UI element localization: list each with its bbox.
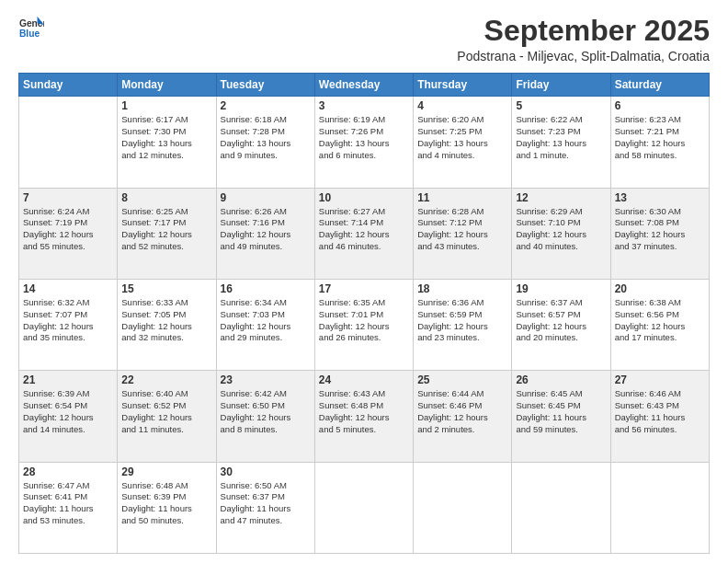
day-number: 5	[516, 99, 606, 112]
calendar-cell: 2Sunrise: 6:18 AMSunset: 7:28 PMDaylight…	[216, 97, 314, 188]
day-number: 1	[121, 99, 211, 112]
day-number: 17	[319, 282, 409, 295]
day-info: Sunrise: 6:34 AMSunset: 7:03 PMDaylight:…	[221, 297, 311, 344]
day-number: 10	[319, 191, 409, 204]
calendar-cell	[414, 462, 512, 553]
calendar-cell: 16Sunrise: 6:34 AMSunset: 7:03 PMDayligh…	[216, 279, 314, 370]
calendar-day-header: Saturday	[610, 74, 709, 97]
calendar-cell	[512, 462, 610, 553]
day-number: 29	[121, 465, 211, 478]
calendar-cell: 1Sunrise: 6:17 AMSunset: 7:30 PMDaylight…	[118, 97, 216, 188]
day-info: Sunrise: 6:28 AMSunset: 7:12 PMDaylight:…	[417, 206, 507, 253]
day-number: 16	[221, 282, 311, 295]
title-block: September 2025 Podstrana - Miljevac, Spl…	[457, 15, 710, 63]
calendar-week-row: 28Sunrise: 6:47 AMSunset: 6:41 PMDayligh…	[19, 462, 710, 553]
calendar-cell: 28Sunrise: 6:47 AMSunset: 6:41 PMDayligh…	[19, 462, 118, 553]
day-info: Sunrise: 6:45 AMSunset: 6:45 PMDaylight:…	[516, 388, 606, 435]
page-header: General Blue September 2025 Podstrana - …	[18, 15, 710, 63]
calendar-cell	[19, 97, 118, 188]
day-number: 20	[615, 282, 705, 295]
day-number: 18	[417, 282, 507, 295]
calendar-cell: 25Sunrise: 6:44 AMSunset: 6:46 PMDayligh…	[414, 371, 512, 462]
day-info: Sunrise: 6:27 AMSunset: 7:14 PMDaylight:…	[319, 206, 409, 253]
calendar-cell: 26Sunrise: 6:45 AMSunset: 6:45 PMDayligh…	[512, 371, 610, 462]
day-number: 24	[319, 373, 409, 386]
day-info: Sunrise: 6:29 AMSunset: 7:10 PMDaylight:…	[516, 206, 606, 253]
calendar-cell: 22Sunrise: 6:40 AMSunset: 6:52 PMDayligh…	[118, 371, 216, 462]
calendar-cell: 21Sunrise: 6:39 AMSunset: 6:54 PMDayligh…	[19, 371, 118, 462]
day-info: Sunrise: 6:30 AMSunset: 7:08 PMDaylight:…	[615, 206, 705, 253]
day-number: 9	[221, 191, 311, 204]
calendar-cell: 19Sunrise: 6:37 AMSunset: 6:57 PMDayligh…	[512, 279, 610, 370]
day-info: Sunrise: 6:25 AMSunset: 7:17 PMDaylight:…	[121, 206, 211, 253]
calendar-cell: 15Sunrise: 6:33 AMSunset: 7:05 PMDayligh…	[118, 279, 216, 370]
calendar-cell: 24Sunrise: 6:43 AMSunset: 6:48 PMDayligh…	[314, 371, 413, 462]
calendar-cell: 27Sunrise: 6:46 AMSunset: 6:43 PMDayligh…	[610, 371, 709, 462]
day-number: 28	[23, 465, 113, 478]
day-info: Sunrise: 6:46 AMSunset: 6:43 PMDaylight:…	[615, 388, 705, 435]
day-info: Sunrise: 6:44 AMSunset: 6:46 PMDaylight:…	[417, 388, 507, 435]
day-number: 14	[23, 282, 113, 295]
calendar-cell: 3Sunrise: 6:19 AMSunset: 7:26 PMDaylight…	[314, 97, 413, 188]
calendar-cell: 7Sunrise: 6:24 AMSunset: 7:19 PMDaylight…	[19, 188, 118, 279]
day-number: 15	[121, 282, 211, 295]
calendar-cell: 8Sunrise: 6:25 AMSunset: 7:17 PMDaylight…	[118, 188, 216, 279]
day-number: 12	[516, 191, 606, 204]
day-number: 13	[615, 191, 705, 204]
calendar-cell: 13Sunrise: 6:30 AMSunset: 7:08 PMDayligh…	[610, 188, 709, 279]
day-info: Sunrise: 6:50 AMSunset: 6:37 PMDaylight:…	[221, 480, 311, 527]
day-info: Sunrise: 6:42 AMSunset: 6:50 PMDaylight:…	[221, 388, 311, 435]
calendar-cell: 17Sunrise: 6:35 AMSunset: 7:01 PMDayligh…	[314, 279, 413, 370]
day-info: Sunrise: 6:32 AMSunset: 7:07 PMDaylight:…	[23, 297, 113, 344]
calendar-day-header: Wednesday	[314, 74, 413, 97]
day-number: 27	[615, 373, 705, 386]
calendar-day-header: Friday	[512, 74, 610, 97]
calendar-day-header: Monday	[118, 74, 216, 97]
day-info: Sunrise: 6:35 AMSunset: 7:01 PMDaylight:…	[319, 297, 409, 344]
day-number: 3	[319, 99, 409, 112]
day-number: 8	[121, 191, 211, 204]
calendar-week-row: 1Sunrise: 6:17 AMSunset: 7:30 PMDaylight…	[19, 97, 710, 188]
day-info: Sunrise: 6:43 AMSunset: 6:48 PMDaylight:…	[319, 388, 409, 435]
day-info: Sunrise: 6:36 AMSunset: 6:59 PMDaylight:…	[417, 297, 507, 344]
day-number: 7	[23, 191, 113, 204]
day-info: Sunrise: 6:20 AMSunset: 7:25 PMDaylight:…	[417, 114, 507, 161]
day-info: Sunrise: 6:24 AMSunset: 7:19 PMDaylight:…	[23, 206, 113, 253]
calendar-cell: 14Sunrise: 6:32 AMSunset: 7:07 PMDayligh…	[19, 279, 118, 370]
day-number: 22	[121, 373, 211, 386]
day-info: Sunrise: 6:23 AMSunset: 7:21 PMDaylight:…	[615, 114, 705, 161]
calendar-week-row: 14Sunrise: 6:32 AMSunset: 7:07 PMDayligh…	[19, 279, 710, 370]
day-number: 4	[417, 99, 507, 112]
day-number: 30	[221, 465, 311, 478]
calendar-cell: 29Sunrise: 6:48 AMSunset: 6:39 PMDayligh…	[118, 462, 216, 553]
calendar-header-row: SundayMondayTuesdayWednesdayThursdayFrid…	[19, 74, 710, 97]
calendar-day-header: Sunday	[19, 74, 118, 97]
day-info: Sunrise: 6:17 AMSunset: 7:30 PMDaylight:…	[121, 114, 211, 161]
day-number: 2	[221, 99, 311, 112]
logo: General Blue	[18, 15, 44, 40]
day-number: 6	[615, 99, 705, 112]
calendar-cell: 20Sunrise: 6:38 AMSunset: 6:56 PMDayligh…	[610, 279, 709, 370]
calendar-cell: 4Sunrise: 6:20 AMSunset: 7:25 PMDaylight…	[414, 97, 512, 188]
day-info: Sunrise: 6:48 AMSunset: 6:39 PMDaylight:…	[121, 480, 211, 527]
day-info: Sunrise: 6:18 AMSunset: 7:28 PMDaylight:…	[221, 114, 311, 161]
calendar-week-row: 7Sunrise: 6:24 AMSunset: 7:19 PMDaylight…	[19, 188, 710, 279]
calendar-cell: 6Sunrise: 6:23 AMSunset: 7:21 PMDaylight…	[610, 97, 709, 188]
calendar-day-header: Tuesday	[216, 74, 314, 97]
calendar-table: SundayMondayTuesdayWednesdayThursdayFrid…	[18, 73, 710, 554]
day-number: 21	[23, 373, 113, 386]
day-number: 25	[417, 373, 507, 386]
calendar-day-header: Thursday	[414, 74, 512, 97]
calendar-cell: 30Sunrise: 6:50 AMSunset: 6:37 PMDayligh…	[216, 462, 314, 553]
calendar-cell: 18Sunrise: 6:36 AMSunset: 6:59 PMDayligh…	[414, 279, 512, 370]
day-info: Sunrise: 6:26 AMSunset: 7:16 PMDaylight:…	[221, 206, 311, 253]
calendar-cell: 11Sunrise: 6:28 AMSunset: 7:12 PMDayligh…	[414, 188, 512, 279]
day-info: Sunrise: 6:37 AMSunset: 6:57 PMDaylight:…	[516, 297, 606, 344]
calendar-week-row: 21Sunrise: 6:39 AMSunset: 6:54 PMDayligh…	[19, 371, 710, 462]
day-number: 23	[221, 373, 311, 386]
svg-text:Blue: Blue	[19, 29, 40, 39]
location-title: Podstrana - Miljevac, Split-Dalmatia, Cr…	[457, 49, 710, 63]
day-info: Sunrise: 6:40 AMSunset: 6:52 PMDaylight:…	[121, 388, 211, 435]
logo-icon: General Blue	[18, 15, 44, 40]
calendar-cell: 9Sunrise: 6:26 AMSunset: 7:16 PMDaylight…	[216, 188, 314, 279]
